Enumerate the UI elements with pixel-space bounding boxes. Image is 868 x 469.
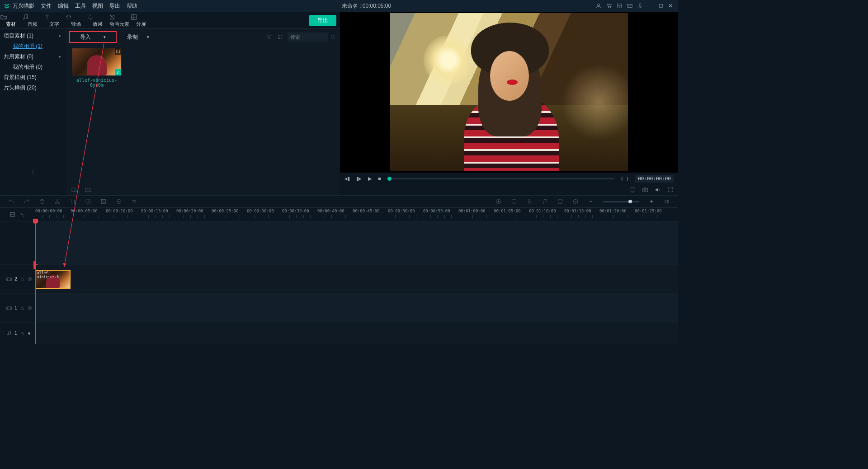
sidebar-item-intro-sample[interactable]: 片头样例 (20) <box>0 83 66 93</box>
crop-icon[interactable] <box>70 198 76 205</box>
fullscreen-icon[interactable] <box>667 187 674 193</box>
cart-icon[interactable] <box>606 3 612 9</box>
marker-icon[interactable] <box>557 198 563 205</box>
track-settings-icon[interactable] <box>9 211 16 218</box>
export-button[interactable]: 导出 <box>309 15 336 26</box>
chevron-down-icon: ▾ <box>59 34 61 38</box>
chevron-down-icon: ▾ <box>59 55 61 59</box>
menu-file[interactable]: 文件 <box>41 2 52 10</box>
app-logo-icon <box>4 3 10 9</box>
menubar: 文件 编辑 工具 视图 导出 帮助 <box>41 2 137 10</box>
search-icon[interactable] <box>330 34 336 40</box>
mic-icon[interactable] <box>637 3 643 9</box>
speed-icon[interactable] <box>85 198 91 205</box>
menu-export[interactable]: 导出 <box>109 2 120 10</box>
search-input[interactable] <box>288 33 328 42</box>
render-icon[interactable] <box>495 198 502 205</box>
track-label: 2 <box>14 277 17 281</box>
color-icon[interactable] <box>100 198 107 205</box>
link-icon[interactable] <box>19 211 26 218</box>
sidebar-item-my-album-2[interactable]: 我的相册 (0) <box>0 62 66 72</box>
snapshot-icon[interactable] <box>642 187 648 193</box>
menu-edit[interactable]: 编辑 <box>58 2 69 10</box>
prev-frame-button[interactable]: ◂▮ <box>344 176 350 182</box>
import-dropdown[interactable]: 导入▾ <box>69 31 117 43</box>
image-type-icon <box>115 48 121 55</box>
svg-rect-4 <box>639 4 641 6</box>
tab-split[interactable]: 分屏 <box>130 13 152 28</box>
zoom-slider[interactable] <box>603 201 639 202</box>
new-folder-icon[interactable] <box>71 186 78 193</box>
record-dropdown[interactable]: 录制▾ <box>121 32 155 42</box>
sidebar-item-bg-sample[interactable]: 背景样例 (15) <box>0 72 66 83</box>
video-track-icon <box>6 305 12 311</box>
preview-viewport[interactable] <box>340 12 678 173</box>
tab-transition[interactable]: 转场 <box>65 13 87 28</box>
playhead[interactable] <box>35 221 36 344</box>
timeline-ruler[interactable]: 00:00:00:0000:00:05:0000:00:10:0000:00:1… <box>35 208 678 221</box>
play-button[interactable]: ▶ <box>368 176 372 182</box>
media-thumbnail[interactable]: ✓ allef-vinicius-6yp0m <box>72 48 122 88</box>
svg-point-7 <box>26 18 28 19</box>
audio-mix-icon[interactable] <box>542 198 548 205</box>
voiceover-icon[interactable] <box>526 198 533 205</box>
menu-view[interactable]: 视图 <box>92 2 103 10</box>
menu-help[interactable]: 帮助 <box>127 2 137 10</box>
stop-button[interactable]: ■ <box>378 176 381 181</box>
eye-icon[interactable] <box>27 305 33 311</box>
lock-icon[interactable] <box>20 306 24 310</box>
layout-icon[interactable] <box>616 3 623 9</box>
menu-tool[interactable]: 工具 <box>75 2 86 10</box>
keyframe-icon[interactable] <box>116 198 122 205</box>
mail-icon[interactable] <box>627 3 633 9</box>
split-icon[interactable] <box>54 198 61 205</box>
scrub-bar[interactable] <box>387 178 614 179</box>
video-track-2[interactable]: 2 allef-vinicius-6 <box>0 265 678 294</box>
eye-icon[interactable] <box>27 277 33 282</box>
svg-point-29 <box>103 201 104 202</box>
svg-rect-22 <box>630 188 635 191</box>
lock-icon[interactable] <box>20 331 24 336</box>
filter-icon[interactable] <box>266 34 272 40</box>
search-field[interactable] <box>288 33 336 42</box>
sidebar-item-my-album-1[interactable]: 我的相册 (1) <box>0 41 66 52</box>
marker-shield-icon[interactable] <box>511 198 517 205</box>
tab-media[interactable]: 素材 <box>0 13 22 28</box>
redo-icon[interactable] <box>24 198 30 205</box>
mute-icon[interactable] <box>27 331 33 336</box>
delete-icon[interactable] <box>39 198 45 205</box>
tab-motion[interactable]: 动画元素 <box>108 13 130 28</box>
next-button[interactable]: ▮▸ <box>356 176 362 182</box>
preview-image <box>390 13 628 171</box>
zoom-out-icon[interactable]: − <box>588 198 594 205</box>
adjust-icon[interactable] <box>131 198 137 205</box>
timeline-clip[interactable]: allef-vinicius-6 <box>35 270 71 289</box>
tab-effect[interactable]: 效果 <box>87 13 108 28</box>
video-track-1[interactable]: 1 <box>0 294 678 323</box>
svg-point-16 <box>278 38 279 39</box>
tab-text[interactable]: 文字 <box>43 13 65 28</box>
track-label: 1 <box>14 331 17 336</box>
close-button[interactable]: ✕ <box>668 3 675 9</box>
volume-icon[interactable] <box>655 187 661 193</box>
zoom-fit-icon[interactable] <box>664 198 670 205</box>
minimize-button[interactable]: ‒ <box>647 3 654 9</box>
sidebar-resizer[interactable]: ⟨ <box>0 165 66 177</box>
svg-rect-41 <box>21 279 23 281</box>
account-icon[interactable] <box>595 3 602 9</box>
undo-icon[interactable] <box>8 198 14 205</box>
media-browser: 导入▾ 录制▾ ✓ <box>66 29 340 195</box>
sidebar-item-project[interactable]: 项目素材 (1)▾ <box>0 31 66 41</box>
sidebar-item-shared[interactable]: 共用素材 (0)▾ <box>0 52 66 62</box>
grid-view-icon[interactable] <box>277 34 283 40</box>
maximize-button[interactable] <box>658 3 664 9</box>
track-label: 1 <box>14 305 17 310</box>
track-manage-icon[interactable] <box>572 198 579 205</box>
tab-audio[interactable]: 音频 <box>22 13 43 28</box>
audio-track-1[interactable]: 1 <box>0 323 678 344</box>
zoom-in-icon[interactable]: + <box>648 198 655 205</box>
lock-icon[interactable] <box>20 277 24 281</box>
svg-rect-40 <box>7 278 11 281</box>
display-mode-icon[interactable] <box>629 187 636 193</box>
delete-folder-icon[interactable] <box>85 186 92 193</box>
